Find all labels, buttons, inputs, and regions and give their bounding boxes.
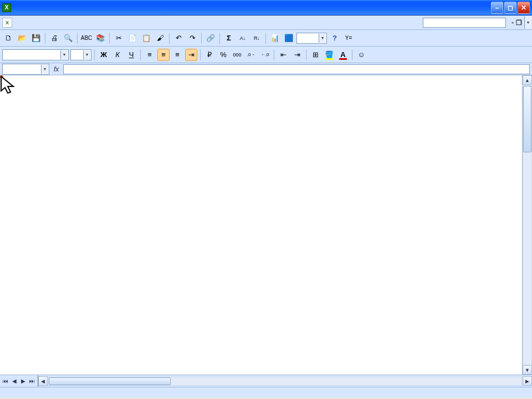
autosum-button[interactable]: Σ <box>223 32 235 44</box>
maximize-button[interactable]: ◻ <box>504 2 516 14</box>
menu-help[interactable] <box>86 21 94 24</box>
sheet-tab-bar: ⏮ ◀ ▶ ⏭ ◀ ▶ <box>0 375 532 387</box>
save-button[interactable]: 💾 <box>30 32 42 44</box>
menu-data[interactable] <box>69 21 76 24</box>
cut-button[interactable]: ✂ <box>112 32 125 44</box>
tab-next-button[interactable]: ▶ <box>19 378 28 384</box>
copy-button[interactable]: 📄 <box>126 32 139 44</box>
close-button[interactable]: ✕ <box>518 2 530 14</box>
help-search-input[interactable]: ▾ <box>423 18 506 28</box>
menu-edit[interactable] <box>24 21 32 24</box>
print-preview-button[interactable]: 🔍 <box>62 32 74 44</box>
dropdown-arrow-icon[interactable]: ▾ <box>524 16 531 29</box>
decrease-decimal-button[interactable]: ←,0 <box>259 49 271 61</box>
scroll-up-button[interactable]: ▲ <box>523 75 532 85</box>
sort-desc-button[interactable]: Я↓ <box>250 32 263 44</box>
mouse-cursor-icon <box>0 75 18 98</box>
increase-decimal-button[interactable]: ,0→ <box>245 49 257 61</box>
name-box[interactable]: ▾ <box>2 64 49 75</box>
tab-last-button[interactable]: ⏭ <box>28 378 37 384</box>
tab-nav-buttons[interactable]: ⏮ ◀ ▶ ⏭ <box>0 375 38 387</box>
tab-first-button[interactable]: ⏮ <box>1 378 10 384</box>
menu-insert[interactable] <box>42 21 50 24</box>
font-name-combo[interactable]: ▾ <box>2 49 69 60</box>
currency-button[interactable]: ₽ <box>203 49 216 61</box>
research-button[interactable]: 📚 <box>94 32 106 44</box>
font-color-button[interactable]: A <box>337 49 349 61</box>
horizontal-scrollbar[interactable]: ◀ ▶ <box>38 375 532 387</box>
fill-color-button[interactable]: 🪣 <box>323 49 335 61</box>
chart-button[interactable]: 📊 <box>269 32 281 44</box>
scroll-down-button[interactable]: ▼ <box>523 365 532 375</box>
window-titlebar: X – ◻ ✕ <box>0 0 532 16</box>
zoom-combo[interactable]: ▾ <box>296 33 327 44</box>
autofilter-button[interactable]: Y= <box>342 32 355 44</box>
scroll-track[interactable] <box>523 85 532 365</box>
format-painter-button[interactable]: 🖌 <box>154 32 166 44</box>
font-size-combo[interactable]: ▾ <box>70 49 91 60</box>
document-icon[interactable]: X <box>2 18 12 28</box>
scroll-track[interactable] <box>48 377 522 386</box>
sort-asc-button[interactable]: А↓ <box>237 32 249 44</box>
dropdown-arrow-icon[interactable]: ▾ <box>319 34 326 43</box>
align-center-button[interactable]: ≡ <box>157 49 170 61</box>
fx-icon[interactable]: fx <box>54 65 59 73</box>
bold-button[interactable]: Ж <box>98 49 110 61</box>
paste-button[interactable]: 📋 <box>140 32 152 44</box>
minimize-button[interactable]: – <box>491 2 503 14</box>
menu-file[interactable] <box>16 21 23 24</box>
worksheet-area: ▲ ▼ <box>0 75 532 375</box>
menu-format[interactable] <box>51 21 59 24</box>
spellcheck-button[interactable]: ABC <box>80 32 93 44</box>
mdi-minimize-button[interactable]: - <box>511 19 514 27</box>
menu-window[interactable] <box>78 21 85 24</box>
italic-button[interactable]: К <box>111 49 124 61</box>
formula-bar: ▾ fx <box>0 63 532 75</box>
tab-prev-button[interactable]: ◀ <box>10 378 19 384</box>
standard-toolbar: 🗋 📂 💾 🖨 🔍 ABC 📚 ✂ 📄 📋 🖌 ↶ ↷ 🔗 Σ А↓ Я↓ 📊 … <box>0 30 532 47</box>
align-left-button[interactable]: ≡ <box>144 49 156 61</box>
help-button[interactable]: ? <box>329 32 341 44</box>
new-button[interactable]: 🗋 <box>2 32 14 44</box>
annotation-highlight <box>0 75 3 79</box>
menu-view[interactable] <box>33 21 41 24</box>
increase-indent-button[interactable]: ⇥ <box>291 49 303 61</box>
dropdown-arrow-icon[interactable]: ▾ <box>60 50 68 59</box>
mdi-restore-button[interactable]: ❐ <box>516 19 522 27</box>
menu-tools[interactable] <box>60 21 68 24</box>
scroll-thumb[interactable] <box>523 86 531 152</box>
merge-center-button[interactable]: ⇥ <box>185 49 197 61</box>
open-button[interactable]: 📂 <box>16 32 28 44</box>
svg-marker-0 <box>1 76 13 93</box>
undo-button[interactable]: ↶ <box>172 32 185 44</box>
align-right-button[interactable]: ≡ <box>171 49 183 61</box>
dropdown-arrow-icon[interactable]: ▾ <box>83 50 90 59</box>
percent-button[interactable]: % <box>217 49 229 61</box>
drawing-button[interactable]: 🟦 <box>283 32 295 44</box>
comma-button[interactable]: 000 <box>231 49 243 61</box>
menu-bar: X ▾ - ❐ ✕ <box>0 16 532 30</box>
redo-button[interactable]: ↷ <box>186 32 198 44</box>
emoji-button[interactable]: ☺ <box>355 49 367 61</box>
scroll-thumb[interactable] <box>49 377 171 385</box>
vertical-scrollbar[interactable]: ▲ ▼ <box>522 75 532 375</box>
print-button[interactable]: 🖨 <box>48 32 60 44</box>
decrease-indent-button[interactable]: ⇤ <box>277 49 289 61</box>
status-bar <box>0 387 532 398</box>
hyperlink-button[interactable]: 🔗 <box>204 32 217 44</box>
formula-input[interactable] <box>63 64 530 74</box>
dropdown-arrow-icon[interactable]: ▾ <box>41 65 48 74</box>
borders-button[interactable]: ⊞ <box>309 49 321 61</box>
formatting-toolbar: ▾ ▾ Ж К Ч ≡ ≡ ≡ ⇥ ₽ % 000 ,0→ ←,0 ⇤ ⇥ ⊞ … <box>0 47 532 63</box>
scroll-right-button[interactable]: ▶ <box>523 376 532 386</box>
excel-icon: X <box>2 3 11 12</box>
underline-button[interactable]: Ч <box>125 49 137 61</box>
scroll-left-button[interactable]: ◀ <box>38 376 48 386</box>
